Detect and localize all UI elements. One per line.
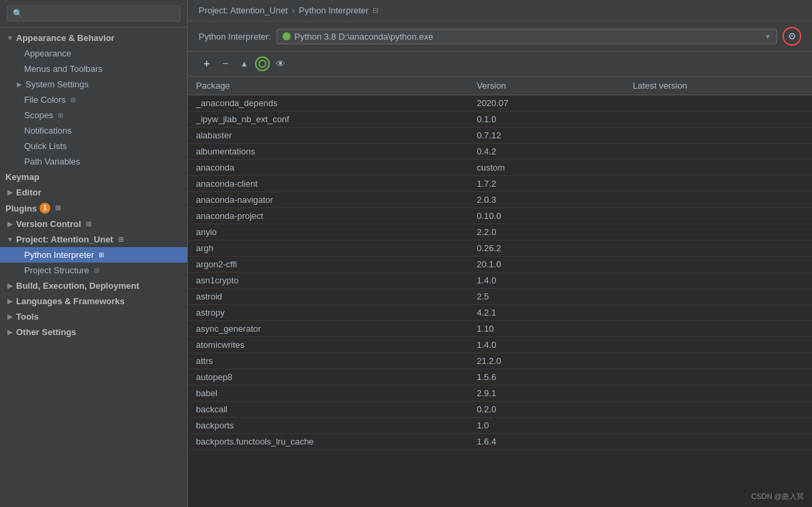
cell-version: 2.9.1 <box>469 385 625 402</box>
sidebar-item-python-interpreter[interactable]: Python Interpreter ⊞ <box>0 247 187 263</box>
sidebar-item-system-settings[interactable]: ▶ System Settings <box>0 77 187 92</box>
cell-latest <box>625 369 812 385</box>
table-row[interactable]: anaconda-client1.7.2 <box>188 176 812 192</box>
breadcrumb: Project: Attention_Unet › Python Interpr… <box>188 0 812 21</box>
table-row[interactable]: _anaconda_depends2020.07 <box>188 95 812 111</box>
cell-latest <box>625 273 812 289</box>
table-row[interactable]: anaconda-project0.10.0 <box>188 208 812 224</box>
col-header-package[interactable]: Package <box>188 77 469 95</box>
sync-icon-5: ⊞ <box>116 235 125 244</box>
interpreter-bar: Python Interpreter: Python 3.8 D:\anacon… <box>188 21 812 52</box>
table-row[interactable]: atomicwrites1.4.0 <box>188 337 812 353</box>
table-row[interactable]: async_generator1.10 <box>188 321 812 337</box>
table-row[interactable]: autopep81.5.6 <box>188 369 812 385</box>
sidebar-item-quick-lists[interactable]: Quick Lists <box>0 138 187 154</box>
sidebar-item-appearance[interactable]: Appearance <box>0 46 187 61</box>
sidebar-item-editor[interactable]: ▶ Editor <box>0 185 187 200</box>
remove-package-button[interactable]: − <box>217 56 234 72</box>
table-row[interactable]: backports.functools_lru_cache1.6.4 <box>188 434 812 450</box>
sidebar: ▼ Appearance & Behavior Appearance Menus… <box>0 0 188 507</box>
sidebar-item-languages[interactable]: ▶ Languages & Frameworks <box>0 293 187 309</box>
chevron-right-icon-2: ▶ <box>5 188 15 197</box>
sidebar-item-appearance-behavior[interactable]: ▼ Appearance & Behavior <box>0 30 187 46</box>
cell-version: 21.2.0 <box>469 353 625 369</box>
sidebar-item-project[interactable]: ▼ Project: Attention_Unet ⊞ <box>0 232 187 247</box>
interpreter-label: Python Interpreter: <box>199 32 271 42</box>
cell-package: _ipyw_jlab_nb_ext_conf <box>188 111 469 128</box>
table-row[interactable]: anacondacustom <box>188 160 812 176</box>
cell-latest <box>625 337 812 353</box>
cell-version: 1.6.4 <box>469 434 625 450</box>
sidebar-item-file-colors[interactable]: File Colors ⊞ <box>0 92 187 107</box>
table-row[interactable]: anyio2.2.0 <box>188 224 812 240</box>
eye-button[interactable]: 👁 <box>272 56 289 72</box>
cell-version: 1.4.0 <box>469 337 625 353</box>
cell-version: 0.2.0 <box>469 402 625 418</box>
sync-icon-7: ⊞ <box>92 266 101 275</box>
search-box <box>0 0 187 28</box>
cell-latest <box>625 257 812 273</box>
breadcrumb-icon: ⊟ <box>372 6 378 15</box>
cell-version: 20.1.0 <box>469 257 625 273</box>
cell-package: argon2-cffi <box>188 257 469 273</box>
sidebar-item-plugins[interactable]: Plugins 1 ⊞ <box>0 200 187 216</box>
cell-package: astroid <box>188 289 469 305</box>
interpreter-select[interactable]: Python 3.8 D:\anaconda\python.exe ▼ <box>276 29 777 44</box>
sidebar-item-scopes[interactable]: Scopes ⊞ <box>0 107 187 123</box>
sidebar-item-other-settings[interactable]: ▶ Other Settings <box>0 324 187 340</box>
cell-version: custom <box>469 160 625 176</box>
table-row[interactable]: backports1.0 <box>188 418 812 434</box>
table-row[interactable]: anaconda-navigator2.0.3 <box>188 192 812 208</box>
table-row[interactable]: babel2.9.1 <box>188 385 812 402</box>
eye-icon: 👁 <box>276 58 285 69</box>
cell-package: alabaster <box>188 128 469 144</box>
table-row[interactable]: _ipyw_jlab_nb_ext_conf0.1.0 <box>188 111 812 128</box>
chevron-right-icon-4: ▶ <box>5 281 15 291</box>
cell-version: 1.7.2 <box>469 176 625 192</box>
cell-package: anaconda-navigator <box>188 192 469 208</box>
table-row[interactable]: alabaster0.7.12 <box>188 128 812 144</box>
cell-package: attrs <box>188 353 469 369</box>
table-row[interactable]: albumentations0.4.2 <box>188 144 812 160</box>
cell-version: 2.0.3 <box>469 192 625 208</box>
sidebar-item-tools[interactable]: ▶ Tools <box>0 309 187 324</box>
plugins-badge: 1 <box>40 203 50 214</box>
col-header-version[interactable]: Version <box>469 77 625 95</box>
table-row[interactable]: argh0.26.2 <box>188 240 812 257</box>
table-row[interactable]: astroid2.5 <box>188 289 812 305</box>
sidebar-item-build[interactable]: ▶ Build, Execution, Deployment <box>0 278 187 293</box>
sidebar-item-path-variables[interactable]: Path Variables <box>0 154 187 169</box>
cell-version: 2020.07 <box>469 95 625 111</box>
table-header-row: Package Version Latest version <box>188 77 812 95</box>
add-package-button[interactable]: + <box>199 56 215 72</box>
packages-tbody: _anaconda_depends2020.07_ipyw_jlab_nb_ex… <box>188 95 812 450</box>
cell-latest <box>625 224 812 240</box>
chevron-down-icon: ▼ <box>5 34 15 43</box>
table-row[interactable]: asn1crypto1.4.0 <box>188 273 812 289</box>
gear-button[interactable]: ⚙ <box>782 27 801 46</box>
chevron-right-icon-3: ▶ <box>5 220 15 229</box>
cell-package: anyio <box>188 224 469 240</box>
cell-version: 0.10.0 <box>469 208 625 224</box>
sidebar-item-menus-toolbars[interactable]: Menus and Toolbars <box>0 61 187 77</box>
cell-package: anaconda-client <box>188 176 469 192</box>
sync-icon-4: ⊞ <box>84 220 93 229</box>
table-row[interactable]: backcall0.2.0 <box>188 402 812 418</box>
refresh-button[interactable] <box>255 56 270 71</box>
sidebar-item-keymap[interactable]: Keymap <box>0 169 187 185</box>
cell-package: autopep8 <box>188 369 469 385</box>
table-row[interactable]: argon2-cffi20.1.0 <box>188 257 812 273</box>
watermark: CSDN @曲入冥 <box>752 492 804 502</box>
search-input[interactable] <box>7 5 181 21</box>
cell-latest <box>625 240 812 257</box>
packages-table-wrapper: Package Version Latest version _anaconda… <box>188 77 812 507</box>
sidebar-item-version-control[interactable]: ▶ Version Control ⊞ <box>0 216 187 232</box>
cell-latest <box>625 418 812 434</box>
sidebar-item-notifications[interactable]: Notifications <box>0 123 187 138</box>
sidebar-item-project-structure[interactable]: Project Structure ⊞ <box>0 263 187 278</box>
up-button[interactable]: ▲ <box>236 56 252 72</box>
table-row[interactable]: attrs21.2.0 <box>188 353 812 369</box>
main-content: Project: Attention_Unet › Python Interpr… <box>188 0 812 507</box>
col-header-latest[interactable]: Latest version <box>625 77 812 95</box>
table-row[interactable]: astropy4.2.1 <box>188 305 812 321</box>
